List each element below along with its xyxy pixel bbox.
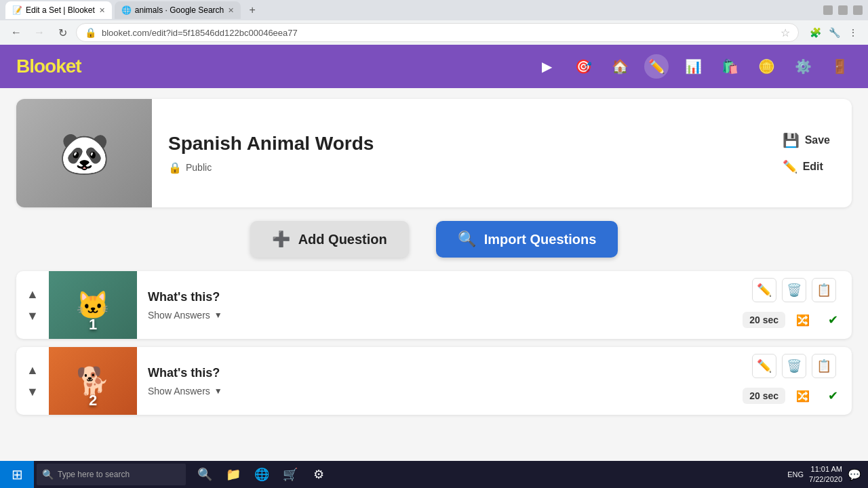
question-1-delete-button[interactable]: 🗑️ [782, 278, 806, 302]
coins-icon[interactable]: 🪙 [754, 54, 778, 79]
nav-icons: ▶ 🎯 🏠 ✏️ 📊 🛍️ 🪙 ⚙️ 🚪 [534, 54, 852, 79]
question-2-arrows: ▲ ▼ [16, 361, 49, 401]
edit-nav-icon[interactable]: ✏️ [644, 54, 669, 79]
bookmark-icon[interactable]: ☆ [781, 26, 790, 39]
question-2-show-answers-button[interactable]: Show Answers ▼ [148, 386, 725, 396]
question-1-show-answers-button[interactable]: Show Answers ▼ [148, 310, 725, 321]
question-1-text: What's this? [148, 290, 725, 304]
notification-icon[interactable]: 💬 [848, 468, 861, 481]
question-2-edit-button[interactable]: ✏️ [752, 354, 776, 378]
taskbar-edge-btn[interactable]: 🌐 [248, 461, 275, 488]
edit-button[interactable]: ✏️ Edit [777, 157, 835, 177]
set-info: Spanish Animal Words 🔒 Public [152, 119, 761, 188]
question-1-image-wrap: 🐱 1 [49, 271, 137, 339]
import-icon: 🔍 [458, 230, 476, 248]
minimize-button[interactable] [823, 5, 833, 15]
forward-button[interactable]: → [30, 23, 49, 42]
ext-icon-3[interactable]: ⋮ [845, 24, 861, 41]
question-2-time: 20 sec [743, 388, 785, 404]
set-thumbnail: 🐼 [16, 99, 152, 207]
show-answers-1-label: Show Answers [148, 310, 210, 321]
taskbar-store-btn[interactable]: 🛒 [277, 461, 304, 488]
question-1-up-button[interactable]: ▲ [23, 285, 42, 304]
taskbar-search[interactable]: 🔍 Type here to search [37, 464, 186, 485]
question-1-shuffle-button[interactable]: 🔀 [791, 308, 815, 332]
add-question-button[interactable]: ➕ Add Question [250, 221, 409, 258]
question-2-up-button[interactable]: ▲ [23, 361, 42, 380]
import-questions-label: Import Questions [484, 232, 597, 247]
tab-google[interactable]: 🌐 animals · Google Search ✕ [115, 1, 241, 19]
edit-label: Edit [803, 161, 823, 173]
import-questions-button[interactable]: 🔍 Import Questions [436, 221, 618, 258]
browser-controls: ← → ↻ 🔒 blooket.com/edit?id=5f18546dd122… [0, 20, 868, 45]
play-icon[interactable]: ▶ [534, 54, 559, 79]
ext-icon-2[interactable]: 🔧 [826, 24, 842, 41]
taskbar-system: ENG 11:01 AM 7/22/2020 💬 [787, 464, 868, 485]
new-tab-button[interactable]: + [243, 1, 261, 19]
back-button[interactable]: ← [7, 23, 26, 42]
stats-icon[interactable]: 📊 [681, 54, 705, 79]
maximize-button[interactable] [838, 5, 848, 15]
discover-icon[interactable]: 🎯 [571, 54, 595, 79]
add-question-label: Add Question [298, 232, 387, 247]
tab-blooket-close[interactable]: ✕ [99, 6, 105, 15]
show-answers-2-label: Show Answers [148, 386, 210, 396]
question-1-down-button[interactable]: ▼ [23, 306, 42, 325]
start-button[interactable]: ⊞ [0, 461, 34, 488]
question-1-action-row-1: ✏️ 🗑️ 📋 [752, 278, 836, 302]
taskbar-search-label: Type here to search [58, 470, 130, 479]
save-icon: 💾 [783, 132, 800, 148]
taskbar-icons: 🔍 📁 🌐 🛒 ⚙ [191, 461, 332, 488]
question-card-2: ▲ ▼ 🐕 2 What's this? Show Answers ▼ ✏️ 🗑… [16, 347, 852, 415]
taskbar: ⊞ 🔍 Type here to search 🔍 📁 🌐 🛒 ⚙ ENG 11… [0, 461, 868, 488]
tab-google-favicon: 🌐 [121, 5, 131, 15]
tab-google-label: animals · Google Search [135, 5, 224, 15]
question-1-actions: ✏️ 🗑️ 📋 20 sec 🔀 ✔ [736, 278, 852, 332]
logo[interactable]: Blooket [16, 56, 81, 77]
ext-icon-1[interactable]: 🧩 [807, 24, 823, 41]
lock-icon: 🔒 [168, 161, 182, 174]
extension-icons: 🧩 🔧 ⋮ [807, 24, 861, 41]
question-2-shuffle-button[interactable]: 🔀 [791, 384, 815, 408]
tab-google-close[interactable]: ✕ [228, 6, 234, 15]
home-icon[interactable]: 🏠 [608, 54, 632, 79]
market-icon[interactable]: 🛍️ [717, 54, 742, 79]
logout-icon[interactable]: 🚪 [827, 54, 852, 79]
question-1-arrows: ▲ ▼ [16, 285, 49, 325]
question-2-text: What's this? [148, 366, 725, 380]
question-2-copy-button[interactable]: 📋 [812, 354, 836, 378]
question-1-check-button[interactable]: ✔ [821, 308, 845, 332]
question-2-number: 2 [89, 392, 97, 409]
taskbar-chrome-btn[interactable]: ⚙ [305, 461, 332, 488]
question-1-edit-button[interactable]: ✏️ [752, 278, 776, 302]
top-nav: Blooket ▶ 🎯 🏠 ✏️ 📊 🛍️ 🪙 ⚙️ 🚪 [0, 45, 868, 88]
question-2-action-row-1: ✏️ 🗑️ 📋 [752, 354, 836, 378]
save-label: Save [805, 134, 830, 146]
browser-chrome: 📝 Edit a Set | Blooket ✕ 🌐 animals · Goo… [0, 0, 868, 45]
reload-button[interactable]: ↻ [53, 23, 72, 42]
lock-icon: 🔒 [85, 27, 96, 38]
question-1-meta: 20 sec 🔀 ✔ [743, 308, 845, 332]
settings-icon[interactable]: ⚙️ [791, 54, 815, 79]
tab-blooket[interactable]: 📝 Edit a Set | Blooket ✕ [5, 1, 112, 19]
question-1-content: What's this? Show Answers ▼ [137, 282, 736, 329]
close-button[interactable] [853, 5, 863, 15]
visibility-indicator: 🔒 Public [168, 161, 745, 174]
app: Blooket ▶ 🎯 🏠 ✏️ 📊 🛍️ 🪙 ⚙️ 🚪 🐼 Spanish A… [0, 45, 868, 461]
windows-icon: ⊞ [12, 466, 23, 483]
taskbar-files-btn[interactable]: 📁 [220, 461, 247, 488]
save-button[interactable]: 💾 Save [777, 129, 835, 151]
question-2-image-wrap: 🐕 2 [49, 347, 137, 415]
question-2-check-button[interactable]: ✔ [821, 384, 845, 408]
question-2-content: What's this? Show Answers ▼ [137, 358, 736, 405]
add-icon: ➕ [272, 230, 290, 248]
question-1-copy-button[interactable]: 📋 [812, 278, 836, 302]
chevron-down-icon-2: ▼ [214, 386, 222, 396]
question-2-delete-button[interactable]: 🗑️ [782, 354, 806, 378]
set-header-card: 🐼 Spanish Animal Words 🔒 Public 💾 Save ✏… [16, 99, 852, 207]
address-bar[interactable]: 🔒 blooket.com/edit?id=5f18546dd122bc0004… [76, 23, 799, 42]
tab-blooket-favicon: 📝 [12, 5, 22, 15]
question-2-down-button[interactable]: ▼ [23, 382, 42, 401]
taskbar-search-btn[interactable]: 🔍 [191, 461, 218, 488]
question-1-time: 20 sec [743, 312, 785, 328]
